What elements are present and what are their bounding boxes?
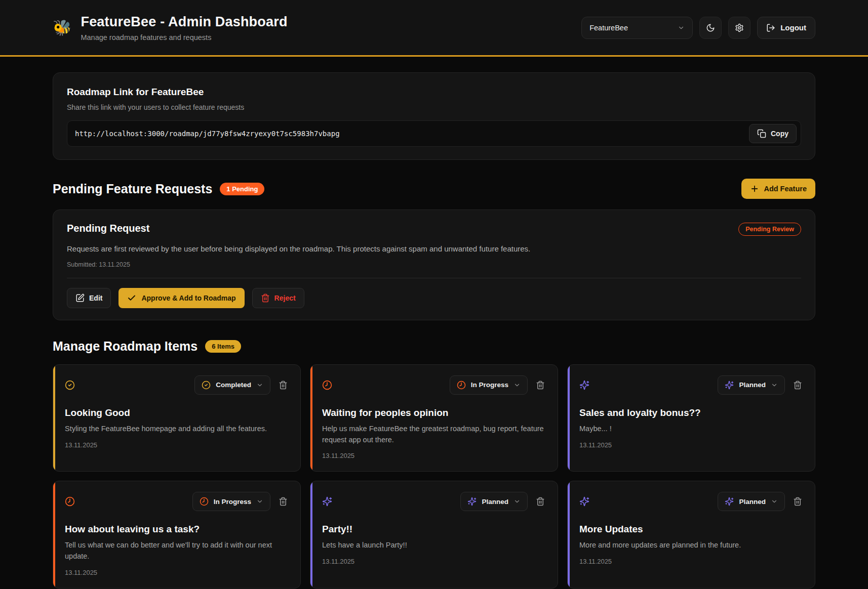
trash-icon: [536, 381, 545, 390]
pending-request-description: Requests are first reviewed by the user …: [67, 243, 801, 255]
status-select[interactable]: Planned: [460, 492, 528, 511]
page-title: FeatureBee - Admin Dashboard: [81, 14, 287, 30]
sparkles-icon: [467, 497, 477, 506]
add-feature-label: Add Feature: [764, 185, 807, 193]
item-date: 13.11.2025: [322, 452, 546, 459]
approve-button[interactable]: Approve & Add to Roadmap: [119, 288, 244, 308]
check-circle-icon: [202, 381, 211, 390]
delete-item-button[interactable]: [792, 380, 803, 391]
page-subtitle: Manage roadmap features and requests: [81, 33, 287, 41]
trash-icon: [279, 381, 288, 390]
clock-icon: [322, 380, 332, 390]
theme-toggle-button[interactable]: [699, 17, 722, 39]
roadmap-item-card: Planned Party!! Lets have a launch Party…: [310, 481, 558, 588]
header-branding: 🐝 FeatureBee - Admin Dashboard Manage ro…: [53, 14, 288, 41]
item-title: Party!!: [322, 524, 546, 535]
add-feature-button[interactable]: Add Feature: [741, 179, 815, 199]
item-controls: Completed: [194, 375, 289, 395]
logout-button[interactable]: Logout: [757, 17, 815, 39]
item-date: 13.11.2025: [579, 558, 803, 565]
chevron-down-icon: [514, 382, 521, 389]
manage-section-title: Manage Roadmap Items: [53, 339, 198, 354]
item-title: Waiting for peoples opinion: [322, 407, 546, 418]
copy-link-button[interactable]: Copy: [749, 124, 797, 143]
chevron-down-icon: [256, 382, 263, 389]
item-controls: In Progress: [450, 375, 546, 395]
roadmap-url-bar: http://localhost:3000/roadmap/jd77y8fsw4…: [67, 120, 801, 147]
trash-icon: [279, 497, 288, 506]
reject-label: Reject: [274, 294, 296, 302]
main-content: Roadmap Link for FeatureBee Share this l…: [0, 57, 868, 589]
roadmap-item-card: Planned Sales and loyalty bonus?? Maybe.…: [567, 364, 815, 472]
item-top-row: Completed: [65, 375, 289, 395]
delete-item-button[interactable]: [278, 496, 289, 507]
roadmap-item-card: In Progress How about leaving us a task?…: [53, 481, 301, 588]
chevron-down-icon: [771, 498, 778, 505]
clock-icon: [65, 496, 75, 507]
status-select-value: In Progress: [214, 498, 251, 506]
copy-icon: [757, 129, 766, 138]
item-top-row: In Progress: [65, 492, 289, 511]
status-select[interactable]: Planned: [718, 492, 785, 511]
header-actions: FeatureBee Logout: [581, 17, 815, 39]
item-description: More and more updates are planned in the…: [579, 540, 803, 551]
trash-icon: [793, 381, 802, 390]
manage-section-head: Manage Roadmap Items 6 Items: [53, 339, 815, 354]
delete-item-button[interactable]: [535, 496, 546, 507]
edit-button[interactable]: Edit: [67, 288, 111, 308]
item-description: Styling the FeatureBee homepage and addi…: [65, 424, 289, 435]
pending-count-badge: 1 Pending: [220, 183, 264, 195]
status-select[interactable]: Completed: [194, 375, 270, 395]
edit-label: Edit: [89, 294, 102, 302]
status-select-value: Completed: [216, 381, 251, 389]
delete-item-button[interactable]: [535, 380, 546, 391]
item-date: 13.11.2025: [322, 558, 546, 565]
project-select[interactable]: FeatureBee: [581, 17, 693, 39]
manage-section-title-wrap: Manage Roadmap Items 6 Items: [53, 339, 241, 354]
status-select[interactable]: In Progress: [192, 492, 270, 511]
item-description: Maybe... !: [579, 424, 803, 435]
check-circle-icon: [65, 380, 75, 390]
item-top-row: Planned: [579, 492, 803, 511]
pending-request-card: Pending Request Pending Review Requests …: [53, 209, 815, 320]
chevron-down-icon: [678, 24, 685, 31]
roadmap-item-card: Completed Looking Good Styling the Featu…: [53, 364, 301, 472]
sparkles-icon: [322, 496, 332, 507]
status-select-value: Planned: [739, 381, 766, 389]
item-title: More Updates: [579, 524, 803, 535]
pending-request-title: Pending Request: [67, 223, 149, 234]
gear-icon: [735, 23, 744, 32]
item-controls: Planned: [718, 375, 803, 395]
item-controls: Planned: [718, 492, 803, 511]
chevron-down-icon: [514, 498, 521, 505]
clock-icon: [457, 381, 466, 390]
bee-logo-icon: 🐝: [53, 20, 71, 35]
items-count-badge: 6 Items: [205, 340, 241, 353]
item-date: 13.11.2025: [65, 569, 289, 576]
pending-review-badge: Pending Review: [738, 223, 801, 236]
status-select-value: In Progress: [471, 381, 508, 389]
clock-icon: [200, 497, 209, 506]
status-select-value: Planned: [739, 498, 766, 506]
status-select[interactable]: Planned: [718, 375, 785, 395]
item-title: Sales and loyalty bonus??: [579, 407, 803, 418]
sparkles-icon: [725, 497, 734, 506]
logout-label: Logout: [780, 23, 806, 32]
roadmap-link-title: Roadmap Link for FeatureBee: [67, 87, 801, 98]
item-date: 13.11.2025: [65, 441, 289, 449]
reject-button[interactable]: Reject: [252, 288, 304, 308]
pending-request-submitted: Submitted: 13.11.2025: [67, 261, 801, 268]
delete-item-button[interactable]: [278, 380, 289, 391]
item-controls: Planned: [460, 492, 546, 511]
pending-request-actions: Edit Approve & Add to Roadmap Reject: [67, 288, 801, 308]
chevron-down-icon: [771, 382, 778, 389]
logout-icon: [766, 23, 775, 32]
delete-item-button[interactable]: [792, 496, 803, 507]
approve-label: Approve & Add to Roadmap: [141, 294, 235, 302]
status-select[interactable]: In Progress: [450, 375, 528, 395]
status-select-value: Planned: [482, 498, 508, 506]
settings-button[interactable]: [728, 17, 751, 39]
roadmap-link-card: Roadmap Link for FeatureBee Share this l…: [53, 72, 815, 160]
app-header: 🐝 FeatureBee - Admin Dashboard Manage ro…: [0, 0, 868, 57]
pending-section-head: Pending Feature Requests 1 Pending Add F…: [53, 179, 815, 199]
